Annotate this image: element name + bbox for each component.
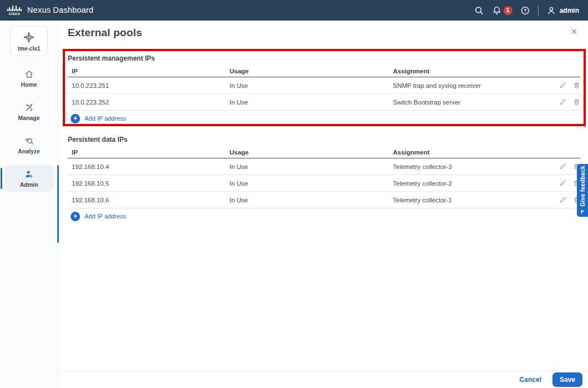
usage-cell: In Use (230, 99, 393, 106)
assignment-cell: Telemetry collector-1 (393, 197, 551, 203)
cluster-name: tme-cls1 (18, 46, 41, 52)
brand: cisco Nexus Dashboard (7, 6, 93, 16)
section-heading: Persistent management IPs (68, 54, 580, 63)
plus-icon: + (71, 114, 80, 123)
tools-icon (24, 103, 34, 112)
sidebar-item-manage[interactable]: Manage (4, 98, 53, 125)
panel-scrollbar[interactable] (57, 165, 59, 243)
assignment-cell: Telemetry collector-3 (393, 163, 551, 170)
search-icon[interactable] (474, 6, 484, 16)
usage-cell: In Use (230, 197, 393, 203)
ip-cell: 10.0.223.252 (68, 99, 230, 106)
app-title: Nexus Dashboard (27, 6, 93, 14)
table-row: 192.168.10.6 In Use Telemetry collector-… (68, 192, 580, 208)
cisco-logo-bars (7, 6, 22, 11)
footer-actions: Cancel Save (59, 371, 588, 388)
admin-icon (24, 170, 34, 179)
ip-cell: 192.168.10.6 (68, 197, 230, 203)
sidebar-item-label: Home (21, 81, 37, 88)
delete-icon[interactable] (573, 98, 580, 106)
sidebar: tme-cls1 Home Manage Analyze Admin (0, 21, 58, 388)
table-row: 10.0.223.251 In Use SNMP trap and syslog… (68, 77, 580, 94)
feedback-label: Give feedback (579, 166, 586, 207)
user-menu[interactable]: admin (546, 6, 579, 16)
column-header-assignment: Assignment (393, 68, 551, 74)
column-header-usage: Usage (230, 68, 393, 74)
assignment-cell: Switch Bootstrap server (393, 99, 551, 106)
highlight-annotation: Persistent management IPs IP Usage Assig… (63, 49, 586, 126)
main-content: External pools ✕ Persistent management I… (59, 21, 588, 388)
column-header-ip: IP (68, 149, 230, 156)
plus-icon: + (71, 212, 80, 221)
delete-icon[interactable] (573, 82, 580, 89)
help-icon[interactable]: ? (520, 6, 530, 16)
sidebar-item-analyze[interactable]: Analyze (4, 132, 53, 158)
edit-icon[interactable] (559, 82, 566, 89)
user-icon (546, 6, 556, 16)
header-actions: 1 ? admin (474, 6, 579, 16)
home-icon (24, 69, 34, 79)
sidebar-item-admin[interactable]: Admin (4, 165, 53, 192)
bell-icon[interactable] (492, 6, 502, 16)
app-header: cisco Nexus Dashboard 1 ? admin (0, 0, 588, 21)
user-name: admin (560, 7, 579, 14)
notifications[interactable]: 1 (492, 6, 512, 16)
sidebar-item-label: Analyze (18, 148, 40, 155)
sidebar-item-home[interactable]: Home (4, 65, 53, 92)
usage-cell: In Use (230, 82, 393, 89)
add-ip-button[interactable]: + Add IP address (68, 111, 126, 126)
table-row: 192.168.10.5 In Use Telemetry collector-… (68, 175, 580, 192)
give-feedback-tab[interactable]: Give feedback (577, 164, 588, 217)
edit-icon[interactable] (559, 180, 566, 187)
notification-badge[interactable]: 1 (504, 6, 512, 15)
usage-cell: In Use (230, 163, 393, 170)
cisco-logo-icon: cisco (7, 6, 22, 16)
section-heading: Persistent data IPs (68, 136, 583, 144)
close-icon[interactable]: ✕ (570, 27, 579, 36)
add-ip-button[interactable]: + Add IP address (68, 208, 126, 224)
active-indicator (1, 168, 2, 189)
page-title: External pools (68, 27, 142, 39)
analyze-icon (24, 136, 34, 146)
data-ips-section: Persistent data IPs IP Usage Assignment … (68, 136, 583, 224)
column-header-usage: Usage (230, 149, 393, 156)
feedback-icon (580, 210, 585, 215)
table-row: 192.168.10.4 In Use Telemetry collector-… (68, 158, 580, 175)
table-header-row: IP Usage Assignment (68, 146, 580, 158)
ip-cell: 192.168.10.5 (68, 180, 230, 187)
column-header-assignment: Assignment (393, 149, 551, 156)
edit-icon[interactable] (559, 196, 566, 203)
edit-icon[interactable] (559, 163, 566, 170)
add-ip-label: Add IP address (84, 115, 126, 122)
assignment-cell: SNMP trap and syslog receiver (393, 82, 551, 89)
data-ips-table: IP Usage Assignment 192.168.10.4 In Use … (68, 146, 580, 224)
cancel-button[interactable]: Cancel (520, 376, 541, 384)
usage-cell: In Use (230, 180, 393, 187)
svg-text:?: ? (524, 8, 526, 13)
sidebar-item-label: Manage (18, 115, 39, 121)
add-ip-label: Add IP address (84, 213, 126, 220)
assignment-cell: Telemetry collector-2 (393, 180, 551, 187)
table-row: 10.0.223.252 In Use Switch Bootstrap ser… (68, 94, 580, 111)
cisco-logo-text: cisco (9, 12, 20, 16)
cluster-icon (23, 32, 34, 43)
ip-cell: 10.0.223.251 (68, 82, 230, 89)
edit-icon[interactable] (559, 98, 566, 106)
save-button[interactable]: Save (552, 372, 582, 387)
header-divider (538, 6, 539, 16)
column-header-ip: IP (68, 68, 230, 74)
cluster-selector[interactable]: tme-cls1 (10, 26, 48, 56)
ip-cell: 192.168.10.4 (68, 163, 230, 170)
table-header-row: IP Usage Assignment (68, 65, 580, 77)
management-ips-table: IP Usage Assignment 10.0.223.251 In Use … (68, 65, 580, 126)
sidebar-item-label: Admin (20, 181, 38, 188)
